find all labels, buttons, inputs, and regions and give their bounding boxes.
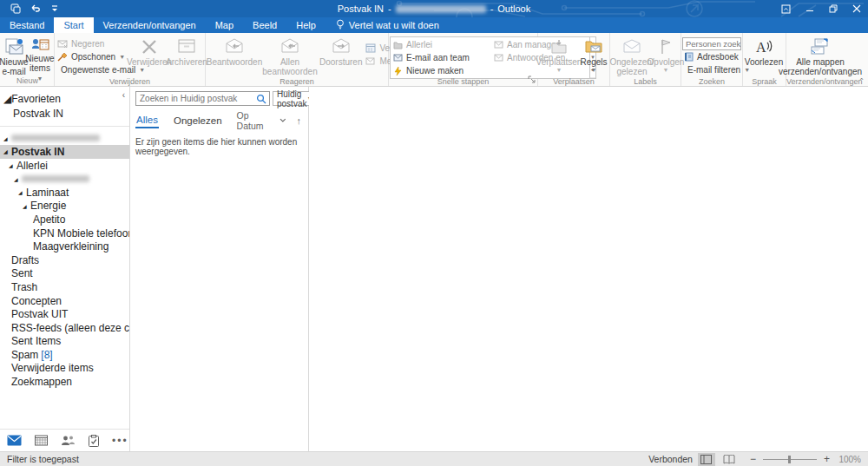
folder-item-trash[interactable]: Trash: [0, 280, 129, 294]
folder-item-energie[interactable]: ◢ Energie: [0, 200, 129, 213]
reading-view-button[interactable]: [720, 453, 738, 466]
normal-view-button[interactable]: [698, 453, 715, 466]
rules-label: Regels: [580, 57, 607, 67]
tab-start[interactable]: Start: [54, 17, 93, 33]
folder-item-maagverkleining[interactable]: Maagverkleining: [0, 240, 129, 253]
folder-item-apetito[interactable]: Apetito: [0, 213, 129, 226]
forward-button[interactable]: Doorsturen: [318, 35, 364, 76]
sort-direction-icon[interactable]: ↑: [297, 115, 302, 126]
folder-item-sent[interactable]: Sent: [0, 267, 129, 281]
more-icon: [365, 56, 376, 66]
folder-item-spam[interactable]: Spam [8]: [0, 348, 129, 362]
search-input[interactable]: [136, 94, 256, 103]
folder-item-postvak-in[interactable]: ◢ Postvak IN: [0, 145, 129, 159]
collapse-folder-pane-icon[interactable]: ‹: [122, 90, 125, 100]
collapse-ribbon-button[interactable]: ⌃: [858, 77, 865, 85]
calendar-module-icon[interactable]: [35, 435, 48, 446]
ribbon-group-verzenden-ontvangen: Alle mappen verzenden/ontvangen Verzende…: [786, 33, 855, 86]
adresboek-button[interactable]: Adresboek: [682, 50, 741, 63]
tab-help[interactable]: Help: [286, 17, 326, 33]
send-receive-qat-icon[interactable]: [10, 3, 21, 14]
tab-map[interactable]: Map: [206, 17, 243, 33]
folder-item-rss-feeds[interactable]: RSS-feeds (alleen deze computer): [0, 321, 129, 335]
folder-item-kpn[interactable]: KPN Mobiele telefoon: [0, 226, 129, 240]
folder-item-redacted[interactable]: ◢: [0, 172, 129, 186]
quick-step-allerlei[interactable]: Allerlei: [393, 38, 494, 51]
group-label-spraak: Spraak: [743, 77, 786, 86]
folder-item-concepten[interactable]: Concepten: [0, 294, 129, 308]
tab-bestand[interactable]: Bestand: [0, 17, 54, 33]
expand-triangle-icon[interactable]: ◢: [18, 189, 26, 195]
ribbon-group-verwijderen: Negeren Opschonen ▼ Ongewenste e-mail ▼ …: [55, 33, 206, 86]
tab-beeld[interactable]: Beeld: [243, 17, 286, 33]
tasks-module-icon[interactable]: [89, 435, 99, 447]
reply-all-button[interactable]: Allen beantwoorden: [262, 35, 318, 76]
undo-icon[interactable]: [30, 4, 42, 14]
favorites-header[interactable]: ◢ Favorieten: [0, 91, 129, 107]
opschonen-button[interactable]: Opschonen ▼: [56, 50, 130, 63]
personen-zoeken-field[interactable]: Personen zoeken: [682, 37, 741, 50]
zoom-in-button[interactable]: +: [824, 453, 830, 465]
more-modules-icon[interactable]: •••: [112, 435, 128, 447]
minimize-button[interactable]: [798, 0, 821, 17]
folder-item-sent-items[interactable]: Sent Items: [0, 335, 129, 349]
unread-read-button[interactable]: Ongelezen/ gelezen: [611, 35, 653, 76]
sort-by-value: Op Datum: [237, 110, 277, 131]
rules-button[interactable]: Regels ▼: [579, 35, 608, 76]
folder-item-postvak-uit[interactable]: Postvak UIT: [0, 307, 129, 321]
quick-steps-dialog-launcher[interactable]: [528, 75, 536, 85]
people-module-icon[interactable]: [61, 435, 76, 446]
zoom-slider[interactable]: [763, 459, 817, 460]
tell-me-label: Vertel wat u wilt doen: [349, 20, 439, 30]
ongewenste-email-button[interactable]: Ongewenste e-mail ▼: [56, 63, 130, 76]
zoom-out-button[interactable]: −: [750, 453, 756, 465]
quick-step-email-team[interactable]: E-mail aan team: [393, 51, 494, 64]
expand-triangle-icon[interactable]: ◢: [3, 148, 11, 154]
reading-pane: [309, 87, 868, 451]
quick-step-nieuwe-maken[interactable]: Nieuwe maken: [393, 64, 494, 77]
negeren-button[interactable]: Negeren: [56, 37, 130, 50]
follow-up-button[interactable]: Opvolgen ▼: [653, 35, 679, 76]
search-box[interactable]: [135, 91, 270, 106]
reply-button[interactable]: Beantwoorden: [207, 35, 262, 76]
mail-module-icon[interactable]: [7, 435, 22, 446]
folder-item-allerlei[interactable]: ◢ Allerlei: [0, 159, 129, 173]
connection-status-text: Verbonden: [648, 454, 693, 464]
favorite-item-postvak-in[interactable]: Postvak IN: [0, 107, 129, 121]
expand-triangle-icon[interactable]: ◢: [3, 135, 11, 141]
expand-triangle-icon[interactable]: ◢: [9, 162, 16, 168]
account-row[interactable]: ◢: [0, 132, 129, 146]
meeting-icon: [365, 43, 376, 53]
ribbon-display-options-button[interactable]: [774, 0, 798, 17]
expand-triangle-icon[interactable]: ◢: [14, 176, 22, 182]
delete-button[interactable]: Verwijderen: [130, 35, 168, 76]
expand-triangle-icon[interactable]: ◢: [23, 203, 30, 209]
unread-envelope-icon: [621, 36, 642, 57]
tab-ongelezen[interactable]: Ongelezen: [173, 114, 223, 128]
restore-button[interactable]: [821, 0, 845, 17]
group-label-reageren: Reageren: [206, 77, 388, 86]
folder-item-laminaat[interactable]: ◢ Laminaat: [0, 186, 129, 200]
follow-up-label: Opvolgen: [648, 57, 685, 67]
sort-by-dropdown[interactable]: Op Datum: [237, 110, 286, 131]
search-icon[interactable]: [256, 94, 269, 104]
move-button[interactable]: Verplaatsen ▼: [539, 35, 579, 76]
folder-item-drafts[interactable]: Drafts: [0, 253, 129, 267]
new-email-button[interactable]: Nieuwe e-mail: [1, 35, 27, 76]
tab-verzenden-ontvangen[interactable]: Verzenden/ontvangen: [94, 17, 206, 33]
cleanup-icon: [57, 52, 68, 62]
expand-triangle-icon[interactable]: ◢: [3, 93, 11, 105]
rules-icon: [585, 36, 602, 57]
zoom-slider-thumb[interactable]: [788, 456, 791, 463]
tell-me-box[interactable]: Vertel wat u wilt doen: [326, 17, 450, 33]
folder-item-verwijderde-items[interactable]: Verwijderde items: [0, 362, 129, 376]
close-button[interactable]: [845, 0, 868, 17]
tab-alles[interactable]: Alles: [135, 113, 159, 128]
new-items-button[interactable]: Nieuwe items ▼: [27, 35, 53, 76]
send-receive-all-button[interactable]: Alle mappen verzenden/ontvangen: [787, 35, 853, 76]
email-filteren-button[interactable]: E-mail filteren ▼: [682, 63, 741, 76]
folder-item-zoekmappen[interactable]: Zoekmappen: [0, 375, 129, 389]
archive-button[interactable]: Archiveren: [168, 35, 205, 76]
new-email-icon: [4, 36, 23, 57]
customize-qat-icon[interactable]: [51, 5, 58, 13]
